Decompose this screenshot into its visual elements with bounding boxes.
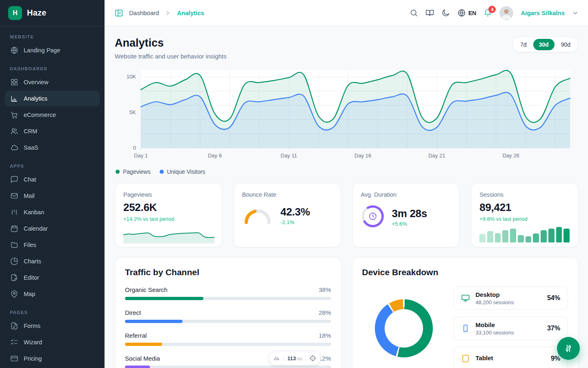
sidebar-item-label: Forms — [24, 323, 40, 329]
logo[interactable]: H Haze — [0, 0, 105, 26]
channel-bar-fill — [125, 366, 150, 368]
mountains-logo-icon — [273, 355, 281, 362]
section-label-pages: PAGES — [10, 310, 95, 315]
session-bar — [502, 230, 508, 242]
channel-label: Referral — [125, 332, 147, 339]
session-bar — [556, 227, 562, 242]
device-row-desktop[interactable]: Desktop48,200 sessions54% — [453, 286, 568, 310]
calendar-icon — [10, 224, 18, 233]
sidebar-item-analytics[interactable]: Analytics — [5, 91, 100, 106]
sidebar-item-files[interactable]: Files — [5, 237, 100, 253]
page-subtitle: Website traffic and user behavior insigh… — [115, 53, 227, 60]
sidebar-item-pricing[interactable]: Pricing — [5, 351, 100, 366]
sidebar-item-saas[interactable]: SaaS — [5, 140, 100, 155]
device-sessions: 33,100 sessions — [476, 330, 541, 336]
legend-item-pageviews[interactable]: Pageviews — [116, 168, 151, 175]
stat-label: Pageviews — [123, 191, 214, 198]
breadcrumb-analytics[interactable]: Analytics — [177, 9, 204, 16]
breadcrumb-dashboard[interactable]: Dashboard — [129, 9, 159, 16]
stats-grid: Pageviews 252.6K +14.2% vs last period B… — [115, 183, 578, 247]
sidebar-item-calendar[interactable]: Calendar — [5, 221, 100, 236]
sidebar-toggle-icon[interactable] — [114, 9, 123, 18]
svg-text:0: 0 — [133, 145, 136, 151]
clock-icon — [370, 213, 376, 220]
sidebar-item-label: Wizard — [24, 339, 42, 346]
svg-text:Day 11: Day 11 — [281, 153, 297, 159]
stat-value: 42.3% — [281, 206, 310, 218]
divider — [305, 355, 306, 361]
dark-mode-moon-icon[interactable] — [441, 9, 450, 17]
session-bar — [548, 229, 555, 242]
header-right: EN 4 Aigars Silkalns — [410, 6, 579, 20]
app-root: H Haze WEBSITELanding PageDASHBOARDSOver… — [0, 0, 588, 368]
device-row-mobile[interactable]: Mobile33,100 sessions37% — [453, 316, 568, 340]
stat-card-sessions: Sessions 89,421 +9.8% vs last period — [471, 183, 578, 247]
sidebar-item-ecommerce[interactable]: eCommerce — [5, 107, 100, 123]
bottom-grid: Traffic by Channel Organic Search38%Dire… — [115, 257, 578, 368]
device-donut-wrap — [362, 286, 446, 368]
range-button-30d[interactable]: 30d — [533, 39, 555, 50]
chevron-down-icon[interactable] — [572, 10, 579, 16]
sidebar-item-map[interactable]: Map — [5, 286, 100, 302]
panel-title: Device Breakdown — [362, 267, 568, 277]
sidebar-item-label: Chat — [24, 176, 36, 183]
svg-text:Day 16: Day 16 — [354, 153, 371, 159]
bounce-gauge-svg — [242, 204, 273, 225]
sidebar-item-label: Overview — [24, 79, 48, 85]
sidebar-item-label: Calendar — [24, 225, 48, 232]
duration-ring — [361, 204, 385, 230]
legend-label: Unique Visitors — [167, 168, 205, 175]
device-percent: 37% — [547, 325, 560, 332]
range-button-7d[interactable]: 7d — [514, 39, 532, 50]
section-label-dashboards: DASHBOARDS — [10, 66, 95, 71]
sidebar-item-crm[interactable]: CRM — [5, 123, 100, 139]
customizer-fab-button[interactable] — [557, 337, 580, 360]
traffic-area-chart-svg: 05K10KDay 1Day 6Day 11Day 16Day 21Day 26 — [115, 66, 578, 164]
users-icon — [10, 127, 18, 135]
sidebar-item-mail[interactable]: Mail — [5, 188, 100, 204]
device-row-tablet[interactable]: Tablet9% — [453, 347, 568, 368]
kanban-icon — [10, 208, 18, 216]
file-text-icon — [10, 322, 18, 330]
sidebar-item-editor[interactable]: Editor — [5, 270, 100, 285]
search-icon[interactable] — [410, 9, 418, 17]
user-name[interactable]: Aigars Silkalns — [521, 9, 565, 16]
session-bar — [487, 231, 493, 242]
crosshair-icon[interactable] — [309, 355, 316, 362]
sidebar-item-overview[interactable]: Overview — [5, 74, 100, 90]
session-bar — [541, 230, 547, 242]
stat-value: 89,421 — [479, 201, 570, 214]
traffic-chart: 05K10KDay 1Day 6Day 11Day 16Day 21Day 26 — [115, 66, 578, 166]
session-bar — [564, 229, 570, 242]
duration-ring-svg — [361, 204, 385, 228]
sidebar-item-wizard[interactable]: Wizard — [5, 334, 100, 350]
language-switcher[interactable]: EN — [457, 9, 476, 17]
legend-item-unique-visitors[interactable]: Unique Visitors — [160, 168, 205, 175]
session-bar — [533, 233, 539, 242]
sidebar-item-charts[interactable]: Charts — [5, 254, 100, 269]
session-bar — [526, 236, 532, 242]
channel-bar-fill — [125, 297, 203, 300]
avatar[interactable] — [499, 6, 513, 20]
sidebar-nav: WEBSITELanding PageDASHBOARDSOverviewAna… — [0, 34, 105, 366]
chat-icon — [10, 175, 18, 184]
tablet-icon — [461, 354, 470, 363]
sidebar-item-kanban[interactable]: Kanban — [5, 204, 100, 220]
channel-percent: 18% — [318, 332, 331, 339]
svg-text:Day 6: Day 6 — [208, 153, 222, 159]
credit-card-icon — [10, 355, 18, 363]
stat-delta: +14.2% vs last period — [123, 216, 214, 222]
sidebar-item-label: SaaS — [24, 144, 38, 151]
docs-book-icon[interactable] — [425, 9, 434, 17]
sidebar-item-forms[interactable]: Forms — [5, 318, 100, 334]
legend-dot — [116, 170, 120, 174]
stat-label: Bounce Rate — [242, 191, 332, 198]
sidebar-item-landing-page[interactable]: Landing Page — [5, 43, 100, 58]
channel-label: Organic Search — [125, 286, 167, 293]
stat-delta: +9.8% vs last period — [479, 216, 570, 222]
notifications-button[interactable]: 4 — [483, 9, 492, 17]
range-button-90d[interactable]: 90d — [555, 39, 576, 50]
svg-text:Day 1: Day 1 — [134, 153, 148, 159]
sidebar-item-chat[interactable]: Chat — [5, 172, 100, 187]
performance-widget[interactable]: 113ms — [269, 351, 321, 366]
